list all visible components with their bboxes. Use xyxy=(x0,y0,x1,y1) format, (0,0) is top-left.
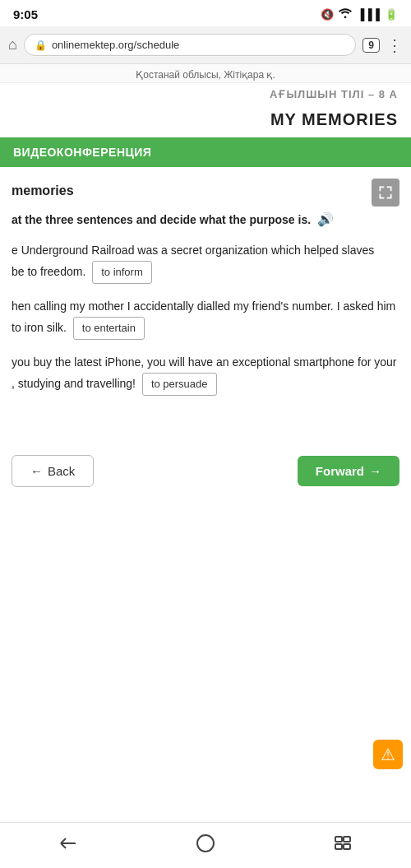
forward-label: Forward xyxy=(316,464,364,478)
task-instruction-text: at the three sentences and decide what t… xyxy=(12,213,314,226)
speaker-icon[interactable]: 🔊 xyxy=(317,210,334,230)
conf-bar: ВИДЕОКОНФЕРЕНЦИЯ xyxy=(0,137,411,167)
title-text: MY MEMORIES xyxy=(270,110,398,128)
warning-badge[interactable]: ⚠ xyxy=(373,740,403,769)
sentence-1: e Underground Railroad was a secret orga… xyxy=(12,241,399,284)
svg-point-4 xyxy=(197,835,214,852)
subject-label: АҒЫЛШЫН ТІЛІ – 8 А xyxy=(0,83,411,104)
status-icons: 🔇 ▐▐▐ 🔋 xyxy=(321,7,398,21)
sentence-2: hen calling my mother I accidentally dia… xyxy=(12,297,399,340)
status-bar: 9:05 🔇 ▐▐▐ 🔋 xyxy=(0,0,411,26)
url-text: onlinemektep.org/schedule xyxy=(52,39,345,51)
content-area: memories at the three sentences and deci… xyxy=(0,167,411,447)
svg-rect-6 xyxy=(344,837,350,842)
svg-rect-8 xyxy=(344,844,350,849)
nav-buttons: ← Back Forward → xyxy=(0,447,411,499)
menu-button[interactable]: ⋮ xyxy=(386,37,403,53)
wifi-icon xyxy=(339,7,352,21)
mute-icon: 🔇 xyxy=(321,8,334,21)
sentence-2-text2: to iron silk. xyxy=(12,321,67,334)
answer-box-2[interactable]: to entertain xyxy=(73,317,145,340)
answer-box-3[interactable]: to persuade xyxy=(142,373,217,396)
sentence-1-text2: be to freedom. xyxy=(12,265,85,278)
svg-rect-5 xyxy=(335,837,342,842)
nav-recent-button[interactable] xyxy=(274,823,411,868)
nav-home-button[interactable] xyxy=(137,823,275,868)
section-title: memories xyxy=(12,180,399,198)
warning-icon: ⚠ xyxy=(381,745,395,764)
expand-icon xyxy=(377,184,394,201)
location-bar: Қостанай облысы, Жітіқара қ. xyxy=(0,64,411,83)
answer-box-1[interactable]: to inform xyxy=(92,261,152,284)
bottom-nav xyxy=(0,822,411,868)
back-arrow-icon: ← xyxy=(30,464,43,478)
conf-text: ВИДЕОКОНФЕРЕНЦИЯ xyxy=(13,146,151,159)
svg-rect-7 xyxy=(335,844,342,849)
forward-button[interactable]: Forward → xyxy=(298,456,399,486)
sentence-1-text1: e Underground Railroad was a secret orga… xyxy=(12,244,374,257)
signal-icon: ▐▐▐ xyxy=(357,8,380,21)
back-label: Back xyxy=(48,464,75,478)
browser-bar: ⌂ 🔒 onlinemektep.org/schedule 9 ⋮ xyxy=(0,26,411,64)
nav-recent-icon xyxy=(333,833,353,858)
lock-icon: 🔒 xyxy=(35,39,47,51)
nav-back-icon xyxy=(58,833,78,858)
sentence-3: you buy the latest iPhone, you will have… xyxy=(12,353,399,396)
back-button[interactable]: ← Back xyxy=(12,455,94,487)
sentence-3-text2: , studying and travelling! xyxy=(12,377,136,390)
nav-back-button[interactable] xyxy=(0,823,137,868)
sentence-3-text1: you buy the latest iPhone, you will have… xyxy=(12,355,397,369)
forward-arrow-icon: → xyxy=(369,464,381,478)
task-instruction: at the three sentences and decide what t… xyxy=(12,210,399,230)
svg-point-0 xyxy=(344,16,347,19)
battery-icon: 🔋 xyxy=(385,8,398,21)
location-text: Қостанай облысы, Жітіқара қ. xyxy=(136,69,275,81)
tab-count[interactable]: 9 xyxy=(363,38,380,53)
url-bar[interactable]: 🔒 onlinemektep.org/schedule xyxy=(24,34,356,56)
page-bottom-space xyxy=(0,499,411,663)
page-title: MY MEMORIES xyxy=(0,104,411,137)
sentence-2-text1: hen calling my mother I accidentally dia… xyxy=(12,299,395,313)
expand-button[interactable] xyxy=(372,179,399,207)
nav-home-icon xyxy=(196,833,215,858)
subject-text: АҒЫЛШЫН ТІЛІ – 8 А xyxy=(270,88,398,100)
status-time: 9:05 xyxy=(13,7,38,21)
home-button[interactable]: ⌂ xyxy=(8,36,17,53)
